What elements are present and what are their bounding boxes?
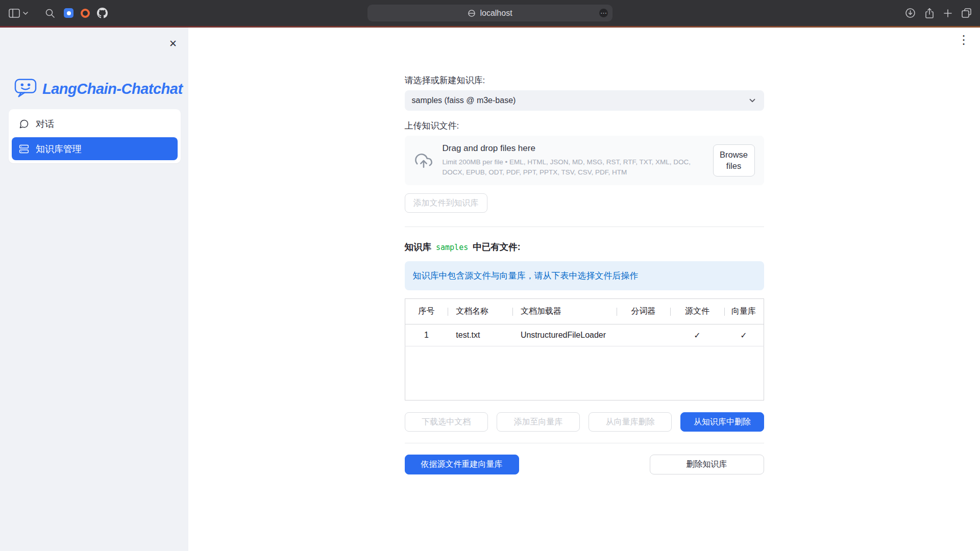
cell-source-file-check: ✓ xyxy=(670,324,724,346)
browse-files-button[interactable]: Browse files xyxy=(713,144,755,177)
chevron-down-icon xyxy=(748,96,757,105)
ellipsis-extension-icon[interactable]: ⋯ xyxy=(599,9,608,17)
files-heading: 知识库 samples 中已有文件: xyxy=(405,241,764,253)
delete-kb-button[interactable]: 删除知识库 xyxy=(650,455,764,474)
download-icon[interactable] xyxy=(905,8,916,18)
sidebar-item-kb-management[interactable]: 知识库管理 xyxy=(12,137,178,160)
sidebar-item-label: 对话 xyxy=(36,118,54,130)
sidebar-item-dialogue[interactable]: 对话 xyxy=(12,112,178,135)
delete-from-kb-button[interactable]: 从知识库中删除 xyxy=(680,412,764,432)
divider xyxy=(405,443,764,443)
address-bar[interactable]: localhost ⋯ xyxy=(368,5,612,21)
github-icon[interactable] xyxy=(97,8,108,18)
browser-toolbar: localhost ⋯ xyxy=(0,0,980,26)
kebab-menu-icon[interactable]: ⋮ xyxy=(958,34,970,46)
kb-select-label: 请选择或新建知识库: xyxy=(405,74,764,86)
cell-loader: UnstructuredFileLoader xyxy=(512,324,617,346)
search-icon[interactable] xyxy=(45,8,55,18)
cell-splitter xyxy=(617,324,670,346)
dropzone-title: Drag and drop files here xyxy=(443,143,704,154)
download-selected-button[interactable]: 下载选中文档 xyxy=(405,412,488,432)
cell-vector-store-check: ✓ xyxy=(724,324,764,346)
add-to-vector-store-button[interactable]: 添加至向量库 xyxy=(497,412,580,432)
cell-doc-name: test.txt xyxy=(448,324,512,346)
delete-from-vector-store-button[interactable]: 从向量库删除 xyxy=(589,412,672,432)
files-heading-prefix: 知识库 xyxy=(405,241,432,253)
sidebar-menu: 对话 知识库管理 xyxy=(9,109,181,163)
col-header-loader: 文档加载器 xyxy=(512,299,617,324)
close-icon[interactable]: ✕ xyxy=(169,38,177,49)
sidebar-toggle-icon[interactable] xyxy=(8,8,20,18)
col-header-source-file: 源文件 xyxy=(670,299,724,324)
kb-actions-row: 依据源文件重建向量库 删除知识库 xyxy=(405,455,764,474)
cell-index: 1 xyxy=(405,324,448,346)
col-header-vector-store: 向量库 xyxy=(724,299,764,324)
screen: localhost ⋯ xyxy=(0,0,980,551)
main-content: ⋮ 请选择或新建知识库: samples (faiss @ m3e-base) … xyxy=(188,28,980,551)
file-actions-row: 下载选中文档 添加至向量库 从向量库删除 从知识库中删除 xyxy=(405,412,764,432)
chevron-down-icon[interactable] xyxy=(22,11,29,15)
kb-select[interactable]: samples (faiss @ m3e-base) xyxy=(405,90,764,111)
table-row[interactable]: 1 test.txt UnstructuredFileLoader ✓ ✓ xyxy=(405,324,764,346)
new-tab-icon[interactable] xyxy=(943,9,952,18)
extension-icons xyxy=(64,0,108,26)
add-files-to-kb-button[interactable]: 添加文件到知识库 xyxy=(405,193,487,213)
logo-chat-bubble-icon xyxy=(14,78,37,100)
share-icon[interactable] xyxy=(924,8,935,19)
sidebar-item-label: 知识库管理 xyxy=(36,143,82,155)
blue-extension-icon[interactable] xyxy=(64,8,74,18)
chat-bubble-icon xyxy=(19,119,29,129)
url-text: localhost xyxy=(480,9,512,18)
kb-name-code: samples xyxy=(436,243,468,252)
cloud-upload-icon xyxy=(414,152,433,169)
col-header-splitter: 分词器 xyxy=(617,299,670,324)
info-banner: 知识库中包含源文件与向量库，请从下表中选择文件后操作 xyxy=(405,261,764,290)
app-logo: LangChain-Chatchat xyxy=(14,78,183,100)
site-icon xyxy=(468,9,476,17)
table-empty-area xyxy=(405,346,764,400)
sidebar: ✕ LangChain-Chatchat xyxy=(0,28,188,551)
dropzone-limit-text: Limit 200MB per file • EML, HTML, JSON, … xyxy=(443,157,704,177)
ring-extension-icon[interactable] xyxy=(81,9,90,18)
kb-files-table: 序号 文档名称 文档加载器 分词器 源文件 向量库 1 test.txt Uns xyxy=(405,298,764,400)
kb-select-value: samples (faiss @ m3e-base) xyxy=(412,96,516,105)
tab-overview-icon[interactable] xyxy=(961,8,972,18)
knowledge-base-icon xyxy=(19,144,29,154)
files-heading-suffix: 中已有文件: xyxy=(473,241,520,253)
divider xyxy=(405,227,764,227)
col-header-index: 序号 xyxy=(405,299,448,324)
table-header-row: 序号 文档名称 文档加载器 分词器 源文件 向量库 xyxy=(405,299,764,324)
upload-label: 上传知识文件: xyxy=(405,120,764,132)
logo-text: LangChain-Chatchat xyxy=(42,81,183,97)
rebuild-vector-store-button[interactable]: 依据源文件重建向量库 xyxy=(405,455,519,474)
col-header-doc-name: 文档名称 xyxy=(448,299,512,324)
file-dropzone[interactable]: Drag and drop files here Limit 200MB per… xyxy=(405,136,764,185)
